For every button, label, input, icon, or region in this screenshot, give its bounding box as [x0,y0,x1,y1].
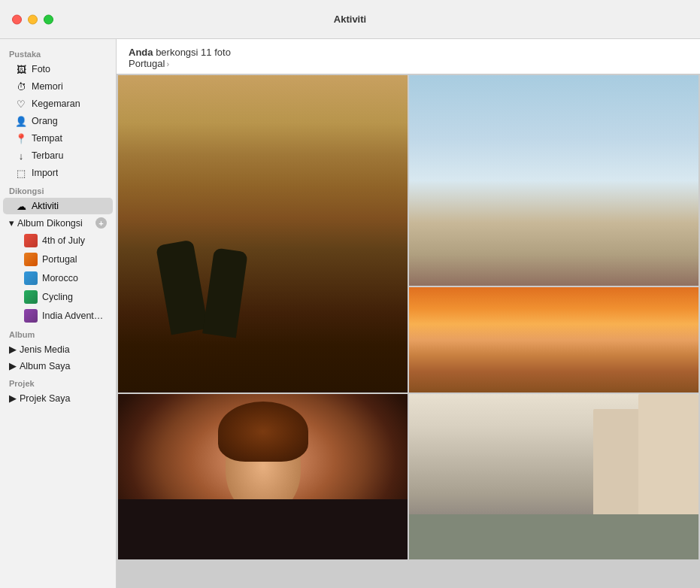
india-adventure-thumb [24,309,38,323]
sidebar-section-dikongsi: Dikongsi [0,182,116,197]
photo-street[interactable] [409,394,698,559]
sidebar-label-india-adventure: India Adventure [42,311,107,321]
shared-by: Anda [129,47,153,58]
shared-info: Anda berkongsi 11 foto [129,47,688,58]
sidebar-label-foto: Foto [32,64,50,74]
title-bar: Aktiviti [0,0,700,39]
sidebar-item-tempat[interactable]: 📍 Tempat [3,130,113,147]
album-link-text: Portugal [129,58,165,69]
photo-jump2[interactable] [409,287,698,393]
sidebar-label-portugal: Portugal [42,254,77,265]
sidebar-item-aktiviti[interactable]: ☁ Aktiviti [3,198,113,214]
close-button[interactable] [12,14,22,24]
maximize-button[interactable] [44,14,53,24]
photo-grid [117,74,700,588]
sidebar-label-tempat: Tempat [32,133,62,144]
sidebar-item-album-saya[interactable]: ▶ Album Saya [3,358,113,374]
sidebar-item-morocco[interactable]: Morocco [3,269,113,287]
main-layout: Pustaka 🖼 Foto ⏱ Memori ♡ Kegemaran 👤 Or… [0,39,700,588]
sidebar-label-morocco: Morocco [42,273,78,283]
add-album-button[interactable]: + [95,217,107,229]
sidebar-label-cycling: Cycling [42,292,73,302]
sidebar-section-pustaka: Pustaka [0,45,116,60]
morocco-thumb [24,271,38,285]
sidebar-section-projek: Projek [0,374,116,389]
sidebar-item-portugal[interactable]: Portugal [3,250,113,268]
sidebar-label-terbaru: Terbaru [32,150,63,161]
cycling-thumb [24,290,38,304]
sidebar-item-memori[interactable]: ⏱ Memori [3,78,113,95]
sidebar-item-import[interactable]: ⬚ Import [3,165,113,181]
sidebar-item-cycling[interactable]: Cycling [3,288,113,306]
expand-media-icon: ▶ [9,344,17,355]
window-title: Aktiviti [334,14,366,25]
photo-portrait[interactable] [118,394,408,559]
sidebar-item-india-adventure[interactable]: India Adventure [3,307,113,325]
sidebar-label-memori: Memori [32,81,63,92]
sidebar-item-orang[interactable]: 👤 Orang [3,113,113,129]
sidebar-label-kegemaran: Kegemaran [32,99,80,109]
sidebar-section-album-dikongsi[interactable]: ▾ Album Dikongsi + [3,215,113,231]
people-icon: 👤 [15,115,27,127]
minimize-button[interactable] [28,14,38,24]
window-controls [12,14,53,24]
sidebar-item-terbaru[interactable]: ↓ Terbaru [3,147,113,164]
cloud-icon: ☁ [15,200,27,212]
sidebar-label-aktiviti: Aktiviti [32,201,59,211]
favorites-icon: ♡ [15,98,27,110]
sidebar-item-4th-of-july[interactable]: 4th of July [3,232,113,250]
recent-icon: ↓ [15,150,27,162]
sidebar: Pustaka 🖼 Foto ⏱ Memori ♡ Kegemaran 👤 Or… [0,39,117,588]
sidebar-label-import: Import [32,168,58,178]
expand-album-icon: ▶ [9,360,17,371]
photo-beach-dance[interactable] [118,75,408,393]
activity-header: Anda berkongsi 11 foto Portugal › [117,39,700,74]
sidebar-item-projek-saya[interactable]: ▶ Projek Saya [3,390,113,406]
import-icon: ⬚ [15,167,27,179]
sidebar-section-album: Album [0,326,116,341]
sidebar-label-orang: Orang [32,116,58,126]
projek-saya-label: Projek Saya [20,393,70,404]
album-dikongsi-label: Album Dikongsi [17,218,83,229]
memories-icon: ⏱ [15,80,27,92]
sidebar-item-foto[interactable]: 🖼 Foto [3,61,113,77]
photo-icon: 🖼 [15,63,27,75]
content-area: Anda berkongsi 11 foto Portugal › [117,39,700,588]
portugal-thumb [24,253,38,266]
places-icon: 📍 [15,132,27,144]
sidebar-item-kegemaran[interactable]: ♡ Kegemaran [3,95,113,112]
shared-text: berkongsi 11 foto [156,47,231,58]
sidebar-label-4th-of-july: 4th of July [42,235,85,246]
album-link[interactable]: Portugal › [129,58,688,69]
sidebar-item-jenis-media[interactable]: ▶ Jenis Media [3,341,113,357]
album-saya-label: Album Saya [20,361,70,371]
expand-projek-icon: ▶ [9,393,17,404]
4th-of-july-thumb [24,234,38,247]
photo-jump1[interactable] [409,75,698,286]
jenis-media-label: Jenis Media [20,344,70,355]
expand-icon: ▾ [9,217,14,229]
chevron-right-icon: › [166,59,169,68]
